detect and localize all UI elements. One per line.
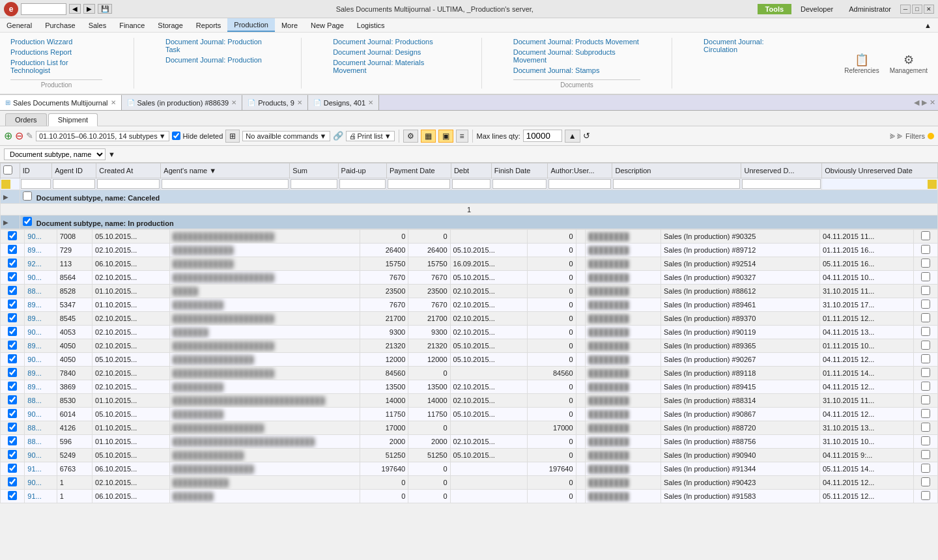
row-checkbox[interactable] <box>8 245 17 254</box>
tab-close-2[interactable]: ✕ <box>231 99 236 106</box>
tab-scroll-right[interactable]: ▶ <box>922 98 927 107</box>
tab-sales-multijournal[interactable]: ⊞ Sales Documents Multijournal ✕ <box>0 95 122 110</box>
th-paid-up[interactable]: Paid-up <box>338 163 386 178</box>
row-obvious-checkbox[interactable] <box>921 259 930 268</box>
filter-input-desc[interactable] <box>613 179 740 189</box>
th-description[interactable]: Description <box>612 163 741 178</box>
th-finish-date[interactable]: Finish Date <box>491 163 548 178</box>
mega-link-products-mov[interactable]: Document Journal: Products Movement <box>513 38 640 46</box>
group-cb-in-prod[interactable] <box>23 217 32 226</box>
menu-logistics[interactable]: Logistics <box>350 18 391 32</box>
row-cb[interactable] <box>1 421 25 435</box>
row-checkbox[interactable] <box>8 491 17 500</box>
commands-dropdown[interactable]: No availble commands ▼ <box>242 131 330 141</box>
filter-input-agent-id[interactable] <box>53 179 95 189</box>
mega-link-prod-journal[interactable]: Document Journal: Production <box>165 56 270 64</box>
row-obvious-checkbox[interactable] <box>921 450 930 459</box>
row-cb[interactable] <box>1 394 25 408</box>
collapse-arrow[interactable]: ▲ <box>918 20 938 31</box>
tab-close-4[interactable]: ✕ <box>368 99 373 106</box>
edit-btn[interactable]: ✎ <box>26 131 33 141</box>
mega-link-productions[interactable]: Document Journal: Productions <box>333 38 450 46</box>
row-obvious-checkbox[interactable] <box>921 368 930 377</box>
filter-input-author[interactable] <box>548 179 611 189</box>
filters-btn[interactable]: ⫸⫸ Filters <box>889 132 925 140</box>
row-cb[interactable] <box>1 462 25 476</box>
close-btn[interactable]: ✕ <box>924 5 934 14</box>
row-obvious-checkbox[interactable] <box>921 272 930 281</box>
tab-close-1[interactable]: ✕ <box>111 99 116 106</box>
mega-link-materials[interactable]: Document Journal: Materials Movement <box>333 59 450 74</box>
row-obvious-checkbox[interactable] <box>921 382 930 391</box>
row-cb[interactable] <box>1 353 25 367</box>
row-cb[interactable] <box>1 449 25 462</box>
tab-close-all[interactable]: ✕ <box>930 98 935 107</box>
th-obviously-unreserved[interactable]: Obviously Unreserved Date <box>822 163 938 178</box>
subtab-orders[interactable]: Orders <box>5 113 47 126</box>
date-range-selector[interactable]: 01.10.2015–06.10.2015, 14 subtypes ▼ <box>36 131 169 141</box>
row-cb[interactable] <box>1 476 25 490</box>
group-row-canceled[interactable]: ▶ Document subtype, name: Canceled <box>1 190 938 204</box>
menu-general[interactable]: General <box>0 18 38 32</box>
th-sum[interactable]: Sum <box>290 163 338 178</box>
mega-link-techlist[interactable]: Production List for Technologist <box>10 59 102 74</box>
row-cb[interactable] <box>1 326 25 339</box>
row-obvious-checkbox[interactable] <box>921 436 930 445</box>
row-cb[interactable] <box>1 271 25 285</box>
list-view-btn[interactable]: ≡ <box>456 130 468 143</box>
row-obvious-checkbox[interactable] <box>921 327 930 336</box>
row-obvious-checkbox[interactable] <box>921 245 930 254</box>
menu-sales[interactable]: Sales <box>82 18 113 32</box>
filter-input-unreserved[interactable] <box>742 179 821 189</box>
row-checkbox[interactable] <box>8 436 17 445</box>
menu-purchase[interactable]: Purchase <box>38 18 81 32</box>
th-payment-date[interactable]: Payment Date <box>386 163 451 178</box>
group-expand-canceled[interactable]: ▶ <box>1 190 20 204</box>
group-row-in-production[interactable]: ▶ Document subtype, name: In production <box>1 216 938 229</box>
row-cb[interactable] <box>1 312 25 326</box>
row-cb[interactable] <box>1 285 25 298</box>
row-checkbox[interactable] <box>8 382 17 391</box>
row-checkbox[interactable] <box>8 286 17 295</box>
filter-input-paidup[interactable] <box>339 179 386 189</box>
subtab-shipment[interactable]: Shipment <box>48 113 98 126</box>
mega-link-prod-task[interactable]: Document Journal: Production Task <box>165 38 270 53</box>
filter-input-debt[interactable] <box>452 179 490 189</box>
row-cb[interactable] <box>1 298 25 312</box>
filter-input-finish[interactable] <box>492 179 547 189</box>
row-obvious-checkbox[interactable] <box>921 409 930 418</box>
menu-more[interactable]: More <box>275 18 304 32</box>
filter-input-agent-name[interactable] <box>162 179 289 189</box>
add-btn[interactable]: ⊕ <box>4 130 12 142</box>
tab-products[interactable]: 📄 Products, 9 ✕ <box>242 95 308 110</box>
row-cb[interactable] <box>1 435 25 449</box>
row-obvious-checkbox[interactable] <box>921 313 930 322</box>
refresh-btn[interactable]: 🔗 <box>333 131 343 141</box>
mega-link-circulation[interactable]: Document Journal: Circulation <box>704 38 792 53</box>
row-checkbox[interactable] <box>8 327 17 336</box>
row-cb[interactable] <box>1 367 25 380</box>
developer-menu[interactable]: Developer <box>794 0 840 18</box>
tab-sales-production[interactable]: 📄 Sales (in production) #88639 ✕ <box>122 95 243 110</box>
administrator-menu[interactable]: Administrator <box>842 0 898 18</box>
th-checkbox[interactable] <box>1 163 20 178</box>
row-checkbox[interactable] <box>8 313 17 322</box>
mega-link-report[interactable]: Productions Report <box>10 48 102 56</box>
row-obvious-checkbox[interactable] <box>921 477 930 486</box>
restore-btn[interactable]: □ <box>912 5 922 14</box>
hide-deleted-label[interactable]: Hide deleted <box>172 132 223 140</box>
row-checkbox[interactable] <box>8 300 17 309</box>
row-checkbox[interactable] <box>8 368 17 377</box>
tab-scroll-left[interactable]: ◀ <box>914 98 919 107</box>
filter-input-sum[interactable] <box>291 179 337 189</box>
mega-link-stamps[interactable]: Document Journal: Stamps <box>513 66 640 74</box>
tools-menu[interactable]: Tools <box>758 4 792 14</box>
row-checkbox[interactable] <box>8 409 17 418</box>
th-author[interactable]: Author:User... <box>548 163 612 178</box>
max-lines-up[interactable]: ▲ <box>565 130 580 143</box>
menu-reports[interactable]: Reports <box>190 18 228 32</box>
row-checkbox[interactable] <box>8 354 17 363</box>
row-obvious-checkbox[interactable] <box>921 491 930 500</box>
filter-input-id[interactable] <box>21 179 51 189</box>
th-id[interactable]: ID <box>20 163 52 178</box>
